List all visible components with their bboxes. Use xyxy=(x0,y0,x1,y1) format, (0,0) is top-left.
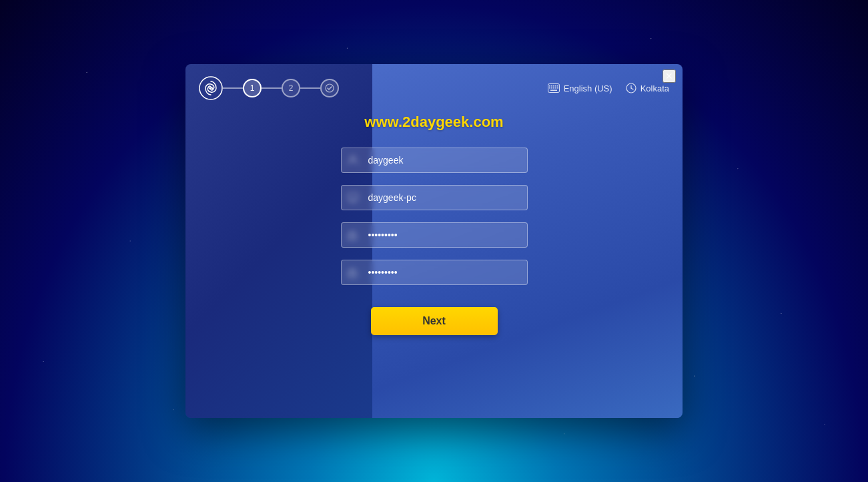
check-icon xyxy=(325,83,334,93)
svg-rect-4 xyxy=(551,85,552,87)
keyboard-label: English (US) xyxy=(564,83,612,93)
svg-rect-5 xyxy=(553,85,554,87)
dialog-header: 1 2 xyxy=(185,64,683,107)
close-button[interactable]: ✕ xyxy=(663,69,676,83)
username-input[interactable] xyxy=(341,148,528,173)
svg-rect-6 xyxy=(555,85,556,87)
svg-rect-12 xyxy=(557,87,558,89)
top-right-info: English (US) Kolkata xyxy=(548,83,669,93)
step-line-1 xyxy=(223,87,243,89)
form-area: www.2daygeek.com xyxy=(185,107,683,418)
password-input[interactable] xyxy=(341,222,528,248)
svg-line-16 xyxy=(631,88,633,89)
keyboard-icon xyxy=(548,83,560,93)
website-title: www.2daygeek.com xyxy=(364,113,503,131)
username-group xyxy=(341,148,528,173)
timezone-info: Kolkata xyxy=(626,83,669,93)
setup-dialog: ✕ 1 2 xyxy=(185,64,683,418)
step-2-circle: 2 xyxy=(282,79,300,97)
step-line-3 xyxy=(300,87,320,89)
svg-point-1 xyxy=(326,84,334,92)
svg-rect-7 xyxy=(557,85,558,87)
hostname-group xyxy=(341,185,528,210)
step-line-2 xyxy=(262,87,282,89)
confirm-password-group xyxy=(341,260,528,285)
confirm-password-input[interactable] xyxy=(341,260,528,285)
clock-icon xyxy=(626,83,636,93)
progress-steps: 1 2 xyxy=(199,76,339,100)
password-group xyxy=(341,222,528,248)
deepin-logo-icon xyxy=(199,76,223,100)
svg-rect-11 xyxy=(555,87,556,89)
hostname-input[interactable] xyxy=(341,185,528,210)
step-1-circle: 1 xyxy=(243,79,262,97)
svg-rect-10 xyxy=(553,87,554,89)
svg-rect-3 xyxy=(549,85,550,87)
step-1-label: 1 xyxy=(250,83,255,93)
step-2-label: 2 xyxy=(289,83,294,93)
keyboard-info: English (US) xyxy=(548,83,612,93)
next-button[interactable]: Next xyxy=(371,307,498,335)
svg-rect-9 xyxy=(551,87,552,89)
timezone-label: Kolkata xyxy=(640,83,669,93)
svg-rect-8 xyxy=(549,87,550,89)
svg-rect-13 xyxy=(550,90,557,91)
step-3-circle xyxy=(320,79,339,97)
